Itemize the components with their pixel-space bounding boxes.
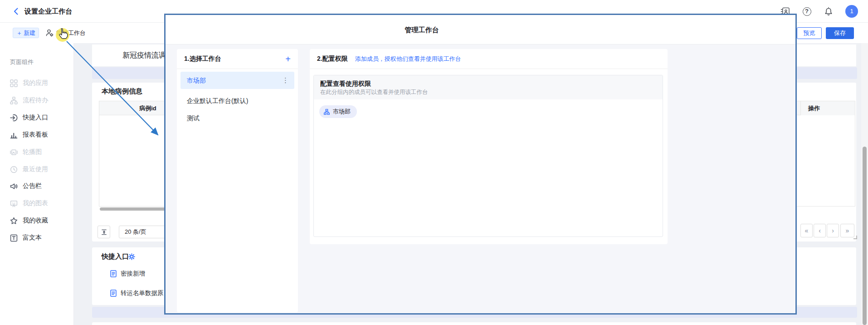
save-button[interactable]: 保存 bbox=[826, 27, 854, 39]
user-avatar[interactable]: 1 bbox=[845, 5, 858, 18]
sidebar-item-carousel: 轮播图 bbox=[0, 143, 74, 161]
document-icon bbox=[110, 290, 117, 297]
manage-workspace-modal: 管理工作台 1.选择工作台 + 市场部 ⋮ 企业默认工作台(默认) 测试 2.配… bbox=[164, 14, 797, 315]
pager-prev-button[interactable]: ‹ bbox=[814, 224, 826, 237]
sidebar-item-label: 我的图表 bbox=[23, 199, 48, 207]
workspace-item[interactable]: 企业默认工作台(默认) bbox=[180, 93, 294, 109]
pager-first-button[interactable]: « bbox=[800, 224, 813, 237]
next-component-card bbox=[92, 322, 856, 325]
modal-titlebar: 管理工作台 bbox=[166, 15, 795, 44]
sidebar-section-label: 页面组件 bbox=[10, 58, 34, 66]
resize-handle[interactable] bbox=[853, 236, 857, 239]
workspace-item-label: 测试 bbox=[187, 114, 200, 122]
document-icon bbox=[110, 270, 117, 277]
quick-link-item[interactable]: 转运名单数据原 bbox=[110, 289, 164, 297]
permission-box-title: 配置查看使用权限 bbox=[320, 79, 656, 88]
sidebar-item-label: 轮播图 bbox=[23, 148, 42, 156]
person-gear-icon bbox=[46, 29, 54, 37]
page-title: 设置企业工作台 bbox=[24, 0, 72, 23]
column-header-actions: 操作 bbox=[800, 101, 855, 115]
sidebar-item-my-charts: 我的图表 bbox=[0, 195, 74, 212]
sidebar-item-label: 富文本 bbox=[23, 234, 42, 242]
carousel-icon bbox=[10, 148, 18, 156]
quick-link-item[interactable]: 密接新增 bbox=[110, 270, 145, 278]
gear-icon[interactable] bbox=[128, 253, 135, 260]
workspace-item-label: 市场部 bbox=[187, 77, 206, 84]
sidebar-item-label: 最近使用 bbox=[23, 165, 48, 173]
modal-title: 管理工作台 bbox=[166, 15, 678, 44]
flow-icon bbox=[10, 97, 18, 104]
workspace-item-label: 企业默认工作台(默认) bbox=[187, 97, 248, 104]
sidebar-item-my-apps: 我的应用 bbox=[0, 74, 74, 92]
new-button-label: 新建 bbox=[24, 29, 35, 37]
permission-header: 2.配置权限 添加成员，授权他们查看并使用该工作台 bbox=[310, 49, 668, 69]
workspace-list-panel: 1.选择工作台 + 市场部 ⋮ 企业默认工作台(默认) 测试 bbox=[177, 49, 298, 312]
quick-link-label: 密接新增 bbox=[121, 270, 145, 278]
page-scrollbar-track bbox=[861, 43, 868, 325]
org-icon bbox=[324, 109, 330, 115]
speaker-icon bbox=[10, 182, 18, 190]
components-sidebar: 页面组件 我的应用 流程待办 快捷入口 报表看板 轮播图 最近使用 公告栏 bbox=[0, 43, 74, 325]
sidebar-item-label: 我的应用 bbox=[23, 79, 48, 87]
grid-icon bbox=[10, 79, 18, 87]
sidebar-item-rich-text[interactable]: 富文本 bbox=[0, 229, 74, 246]
app-root: 新冠疫情流调 本地病例信息 病例id 操作 20 条/页 « ‹ › » 快捷入… bbox=[0, 0, 868, 325]
permission-box-header: 配置查看使用权限 在此分组内的成员可以查看并使用该工作台 bbox=[314, 75, 663, 99]
quick-entry-title: 快捷入口 bbox=[102, 252, 129, 261]
entry-icon bbox=[10, 114, 18, 122]
permission-box: 配置查看使用权限 在此分组内的成员可以查看并使用该工作台 市场部 bbox=[313, 75, 663, 237]
more-menu-icon[interactable]: ⋮ bbox=[282, 72, 289, 89]
sidebar-item-label: 快捷入口 bbox=[23, 113, 48, 122]
permission-title: 2.配置权限 bbox=[317, 55, 348, 63]
pager-last-button[interactable]: » bbox=[840, 224, 854, 237]
manage-workspace-button[interactable]: 管理工作台 bbox=[46, 27, 86, 39]
back-button[interactable] bbox=[14, 8, 18, 15]
quick-link-label: 转运名单数据原 bbox=[121, 289, 164, 297]
workspace-item[interactable]: 测试 bbox=[180, 110, 294, 126]
chart-icon bbox=[10, 131, 18, 139]
jump-to-page-button[interactable] bbox=[98, 226, 110, 238]
department-tag[interactable]: 市场部 bbox=[319, 105, 357, 118]
star-icon bbox=[10, 217, 18, 225]
workspace-list-title: 1.选择工作台 bbox=[184, 55, 221, 63]
richtext-icon bbox=[10, 234, 18, 242]
page-size-select[interactable]: 20 条/页 bbox=[119, 226, 170, 238]
sidebar-item-label: 流程待办 bbox=[23, 96, 48, 104]
add-workspace-icon[interactable]: + bbox=[285, 54, 291, 64]
sidebar-item-process-todo: 流程待办 bbox=[0, 92, 74, 109]
vertical-jump-icon bbox=[101, 229, 107, 236]
permission-subtitle: 添加成员，授权他们查看并使用该工作台 bbox=[355, 55, 461, 63]
preview-button[interactable]: 预览 bbox=[797, 27, 822, 39]
plus-icon: ＋ bbox=[16, 29, 22, 37]
permission-box-description: 在此分组内的成员可以查看并使用该工作台 bbox=[320, 88, 656, 96]
sidebar-item-favorites[interactable]: 我的收藏 bbox=[0, 212, 74, 229]
workspace-page-title: 新冠疫情流调 bbox=[122, 51, 166, 60]
notification-bell-icon[interactable] bbox=[824, 6, 834, 16]
workspace-list-header: 1.选择工作台 + bbox=[177, 49, 298, 69]
sidebar-item-announcement[interactable]: 公告栏 bbox=[0, 177, 74, 195]
board-icon bbox=[10, 200, 18, 207]
permission-panel: 2.配置权限 添加成员，授权他们查看并使用该工作台 配置查看使用权限 在此分组内… bbox=[310, 49, 668, 244]
clock-icon bbox=[10, 166, 18, 173]
workspace-item-selected[interactable]: 市场部 ⋮ bbox=[180, 72, 294, 89]
sidebar-item-recently-used: 最近使用 bbox=[0, 161, 74, 178]
sidebar-item-report-board[interactable]: 报表看板 bbox=[0, 126, 74, 143]
department-tag-label: 市场部 bbox=[333, 108, 351, 116]
sidebar-item-label: 我的收藏 bbox=[23, 217, 48, 225]
help-icon[interactable]: ? bbox=[802, 6, 812, 16]
table-section-title: 本地病例信息 bbox=[102, 87, 142, 96]
sidebar-item-quick-entry[interactable]: 快捷入口 bbox=[0, 109, 74, 126]
sidebar-item-label: 公告栏 bbox=[23, 182, 42, 190]
manage-button-label: 管理工作台 bbox=[56, 29, 86, 37]
pager-next-button[interactable]: › bbox=[827, 224, 839, 237]
back-chevron-icon bbox=[14, 8, 18, 15]
sidebar-item-label: 报表看板 bbox=[23, 131, 48, 139]
new-workspace-button[interactable]: ＋ 新建 bbox=[13, 28, 39, 38]
page-scrollbar-thumb[interactable] bbox=[863, 147, 867, 325]
